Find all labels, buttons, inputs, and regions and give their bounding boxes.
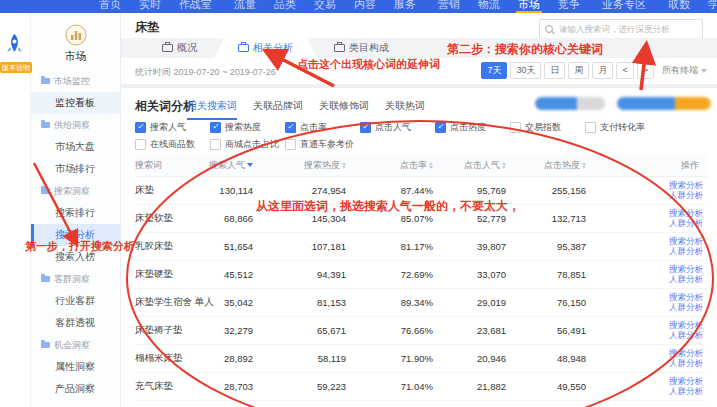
checkbox-icon (510, 122, 521, 133)
tab-related-analysis[interactable]: 相关分析 (214, 38, 317, 58)
tab-category-composition[interactable]: 类目构成 (317, 38, 406, 58)
tab-overview[interactable]: 概况 (145, 38, 214, 58)
prev-period-button[interactable]: < (616, 62, 633, 79)
date-day-button[interactable]: 日 (544, 62, 565, 79)
sidebar: 市场 市场监控 监控看板 供给洞察 市场大盘 市场排行 搜索洞察 搜索排行 搜索… (31, 13, 121, 407)
nav-item-trade[interactable]: 交易 (305, 0, 345, 13)
version-badge[interactable]: 版本说明 (0, 62, 32, 73)
nav-item-traffic[interactable]: 流量 (225, 0, 265, 13)
click-pop-cell: 29,019 (437, 297, 510, 308)
sidebar-item-product-insight[interactable]: 产品洞察 (31, 378, 120, 400)
search-analysis-link[interactable]: 搜索分析 (669, 209, 703, 218)
nav-item-warroom[interactable]: 作战室 (170, 0, 221, 13)
actions-cell: 搜索分析人群分析 (590, 181, 707, 200)
metric-click-heat[interactable]: 点击热度 (435, 121, 510, 134)
checkbox-icon (285, 139, 296, 150)
crowd-analysis-link[interactable]: 人群分析 (669, 303, 703, 312)
sidebar-item-search-entry[interactable]: 搜索入榜 (31, 246, 120, 268)
col-ctr[interactable]: 点击率 (350, 159, 437, 172)
click-pop-cell: 39,807 (437, 241, 510, 252)
terminal-filter-dropdown[interactable]: 所有终端 (662, 64, 707, 77)
tab-modifier-words[interactable]: 关联修饰词 (319, 99, 369, 120)
sidebar-group-customer-insight[interactable]: 客群洞察 (31, 268, 120, 290)
metric-search-heat[interactable]: 搜索热度 (210, 121, 285, 134)
search-analysis-link[interactable]: 搜索分析 (669, 265, 703, 274)
sidebar-group-market-monitor[interactable]: 市场监控 (31, 70, 120, 92)
crowd-analysis-link[interactable]: 人群分析 (669, 387, 703, 396)
briefcase-icon (334, 44, 345, 52)
toggle-group-1[interactable] (535, 97, 605, 110)
search-heat-cell: 59,223 (257, 381, 350, 392)
nav-item-logistics[interactable]: 物流 (469, 0, 509, 13)
metric-ztc-ref-price[interactable]: 直通车参考价 (285, 138, 360, 151)
nav-item-competition[interactable]: 竞争 (549, 0, 589, 13)
nav-item-bizzone[interactable]: 业务专区 (593, 0, 655, 13)
sidebar-item-market-ranking[interactable]: 市场排行 (31, 158, 120, 180)
toggle-group-2[interactable] (617, 97, 711, 110)
tab-hot-words[interactable]: 关联热词 (385, 99, 425, 120)
search-input[interactable] (557, 23, 697, 35)
ctr-cell: 76.66% (350, 325, 437, 336)
metric-online-items[interactable]: 在线商品数 (135, 138, 210, 151)
nav-item-category[interactable]: 品类 (265, 0, 305, 13)
metric-click-popularity[interactable]: 点击人气 (360, 121, 435, 134)
sidebar-item-monitor-board[interactable]: 监控看板 (31, 92, 120, 114)
folder-icon (41, 78, 50, 84)
nav-item-content[interactable]: 内容 (345, 0, 385, 13)
metric-trade-index[interactable]: 交易指数 (510, 121, 585, 134)
ctr-cell: 81.17% (350, 241, 437, 252)
blurred-toggle-controls (535, 97, 711, 110)
sidebar-item-customer-profile[interactable]: 客群透视 (31, 312, 120, 334)
metric-search-popularity[interactable]: 搜索人气 (135, 121, 210, 134)
nav-item-data[interactable]: 取数 (659, 0, 699, 13)
checkbox-icon (435, 122, 446, 133)
nav-item-realtime[interactable]: 实时 (130, 0, 170, 13)
date-7d-button[interactable]: 7天 (481, 62, 507, 79)
search-analysis-link[interactable]: 搜索分析 (669, 349, 703, 358)
sidebar-group-opportunity-insight[interactable]: 机会洞察 (31, 334, 120, 356)
sidebar-item-industry-customers[interactable]: 行业客群 (31, 290, 120, 312)
date-30d-button[interactable]: 30天 (510, 62, 541, 79)
tab-brand-words[interactable]: 关联品牌词 (253, 99, 303, 120)
search-analysis-link[interactable]: 搜索分析 (669, 181, 703, 190)
col-click-popularity[interactable]: 点击人气 (437, 159, 510, 172)
nav-item-academy[interactable]: 学院 (699, 0, 717, 13)
nav-item-marketing[interactable]: 营销 (429, 0, 469, 13)
checkbox-icon (210, 122, 221, 133)
sidebar-item-market-overview[interactable]: 市场大盘 (31, 136, 120, 158)
sidebar-item-search-analysis[interactable]: 搜索分析 (31, 224, 120, 246)
col-search-heat[interactable]: 搜索热度 (257, 159, 350, 172)
sidebar-item-attribute-insight[interactable]: 属性洞察 (31, 356, 120, 378)
crowd-analysis-link[interactable]: 人群分析 (669, 331, 703, 340)
search-analysis-link[interactable]: 搜索分析 (669, 321, 703, 330)
nav-item-service[interactable]: 服务 (385, 0, 425, 13)
checkbox-icon (360, 122, 371, 133)
crowd-analysis-link[interactable]: 人群分析 (669, 275, 703, 284)
search-analysis-link[interactable]: 搜索分析 (669, 237, 703, 246)
search-analysis-link[interactable]: 搜索分析 (669, 293, 703, 302)
sidebar-group-search-insight[interactable]: 搜索洞察 (31, 180, 120, 202)
crowd-analysis-link[interactable]: 人群分析 (669, 191, 703, 200)
col-search-popularity[interactable]: 搜索人气 (207, 159, 257, 172)
crowd-analysis-link[interactable]: 人群分析 (669, 247, 703, 256)
date-month-button[interactable]: 月 (592, 62, 613, 79)
metric-mall-click-share[interactable]: 商城点击占比 (210, 138, 285, 151)
briefcase-icon (238, 44, 249, 52)
nav-item-home[interactable]: 首页 (90, 0, 130, 13)
sidebar-group-supply-insight[interactable]: 供给洞察 (31, 114, 120, 136)
col-click-heat[interactable]: 点击热度 (510, 159, 590, 172)
page-title: 床垫 (135, 19, 159, 36)
date-week-button[interactable]: 周 (568, 62, 589, 79)
top-nav: 首页 实时 作战室 流量 品类 交易 内容 服务 营销 物流 市场 竞争 业务专… (0, 0, 717, 13)
sidebar-item-search-ranking[interactable]: 搜索排行 (31, 202, 120, 224)
search-analysis-link[interactable]: 搜索分析 (669, 377, 703, 386)
crowd-analysis-link[interactable]: 人群分析 (669, 219, 703, 228)
nav-item-market[interactable]: 市场 (509, 0, 549, 13)
metric-pay-conversion[interactable]: 支付转化率 (585, 121, 660, 134)
crowd-analysis-link[interactable]: 人群分析 (669, 359, 703, 368)
metric-ctr[interactable]: 点击率 (285, 121, 360, 134)
tab-related-search-words[interactable]: 相关搜索词 (187, 99, 237, 120)
next-period-button[interactable]: > (637, 62, 654, 79)
col-actions: 操作 (590, 159, 707, 172)
table-row: 榻榻米床垫 28,892 58,119 71.90% 20,946 48,948… (135, 345, 707, 373)
